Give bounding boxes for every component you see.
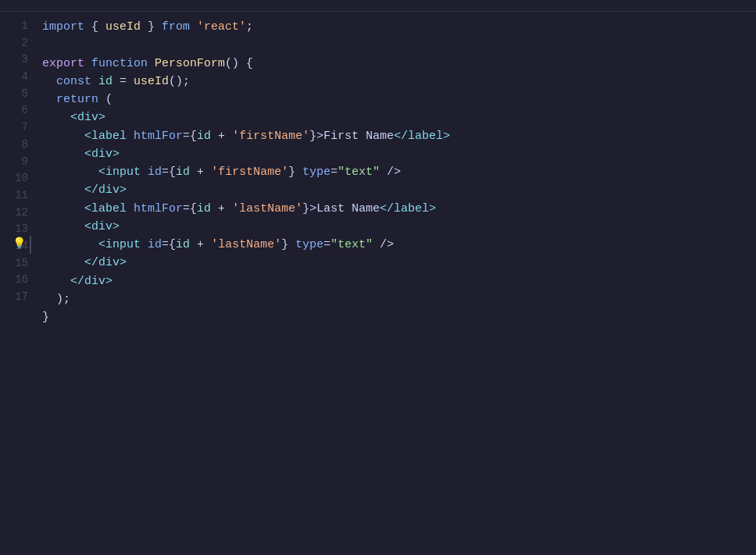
token <box>127 202 134 215</box>
code-line: import { useId } from 'react'; <box>42 18 740 36</box>
code-line: export function PersonForm() { <box>42 55 740 73</box>
token: > <box>98 111 105 124</box>
token: id <box>197 202 211 215</box>
token: label <box>394 202 429 215</box>
token: ={ <box>162 165 176 179</box>
token: 'react' <box>197 20 246 34</box>
token <box>42 130 84 143</box>
token: } <box>42 311 49 324</box>
token: label <box>91 130 127 143</box>
token: () { <box>225 57 253 70</box>
token: + <box>190 165 211 179</box>
token: ; <box>246 20 253 34</box>
token <box>42 256 84 269</box>
token: }> <box>302 202 316 215</box>
token: < <box>84 220 91 233</box>
token: div <box>91 148 112 161</box>
token <box>141 238 148 251</box>
token <box>42 293 56 306</box>
token: id <box>98 75 112 88</box>
indent-bar <box>30 236 31 254</box>
token <box>127 130 134 143</box>
token: { <box>84 20 105 34</box>
token: label <box>408 130 443 143</box>
line-number: 16 <box>0 272 28 289</box>
token <box>84 57 91 70</box>
token: > <box>112 148 119 161</box>
line-number: 12 <box>0 205 28 222</box>
token: htmlFor <box>134 202 183 215</box>
token: = <box>330 165 337 179</box>
token: input <box>105 238 141 251</box>
token: } <box>141 20 162 34</box>
token: "text" <box>337 165 380 179</box>
token: 'lastName' <box>211 238 281 251</box>
token: > <box>112 220 119 233</box>
token <box>42 75 56 88</box>
token: type <box>295 238 323 251</box>
token: > <box>429 202 436 215</box>
line-number: 1 <box>0 18 28 35</box>
token: + <box>211 130 232 143</box>
token <box>42 183 84 197</box>
line-numbers: 1234567891011121314151617 <box>0 18 39 326</box>
token: ={ <box>183 130 197 143</box>
token: </ <box>84 256 98 269</box>
hint-icon: 💡 <box>12 236 26 253</box>
line-number: 11 <box>0 187 28 205</box>
code-line: 💡 <input id={id + 'lastName'} type="text… <box>42 236 740 254</box>
token: > <box>119 183 127 197</box>
token: htmlFor <box>134 130 183 143</box>
token <box>42 220 84 233</box>
token: /> <box>380 165 401 179</box>
token: = <box>112 75 134 88</box>
code-line: ); <box>42 290 740 308</box>
line-number: 5 <box>0 86 28 103</box>
token: id <box>148 238 162 251</box>
token: First Name <box>323 130 394 143</box>
token: < <box>70 111 77 124</box>
line-number: 6 <box>0 102 28 119</box>
code-line: const id = useId(); <box>42 73 740 91</box>
token: (); <box>169 75 190 88</box>
token <box>148 57 155 70</box>
token: 'firstName' <box>211 165 288 179</box>
token: < <box>84 202 91 215</box>
token: }> <box>309 130 323 143</box>
token: from <box>162 20 190 34</box>
token: id <box>197 130 211 143</box>
token: import <box>42 20 84 34</box>
token: div <box>98 183 119 197</box>
token: 'lastName' <box>232 202 302 215</box>
code-line: </div> <box>42 181 740 199</box>
line-number: 15 <box>0 255 28 272</box>
line-number: 10 <box>0 170 28 187</box>
token: function <box>91 57 148 70</box>
token: 'firstName' <box>232 130 309 143</box>
token: > <box>105 275 112 288</box>
token <box>42 148 84 161</box>
token: < <box>98 165 105 179</box>
token: </ <box>84 183 98 197</box>
token: < <box>98 238 105 251</box>
token <box>42 202 84 215</box>
editor-container: 1234567891011121314151617 import { useId… <box>0 0 756 333</box>
token: < <box>84 148 91 161</box>
token <box>42 275 70 288</box>
token: useId <box>134 75 169 88</box>
token: </ <box>380 202 394 215</box>
code-lines: import { useId } from 'react'; export fu… <box>39 18 756 326</box>
code-line <box>42 36 740 54</box>
code-line: </div> <box>42 254 740 272</box>
code-line: <div> <box>42 109 740 126</box>
code-line: <label htmlFor={id + 'firstName'}>First … <box>42 127 740 145</box>
token: + <box>211 202 232 215</box>
code-line: </div> <box>42 272 740 290</box>
token: + <box>190 238 211 251</box>
token: type <box>302 165 330 179</box>
token <box>141 165 148 179</box>
token: </ <box>70 275 84 288</box>
token <box>42 93 56 106</box>
token: const <box>56 75 91 88</box>
token: > <box>119 256 127 269</box>
